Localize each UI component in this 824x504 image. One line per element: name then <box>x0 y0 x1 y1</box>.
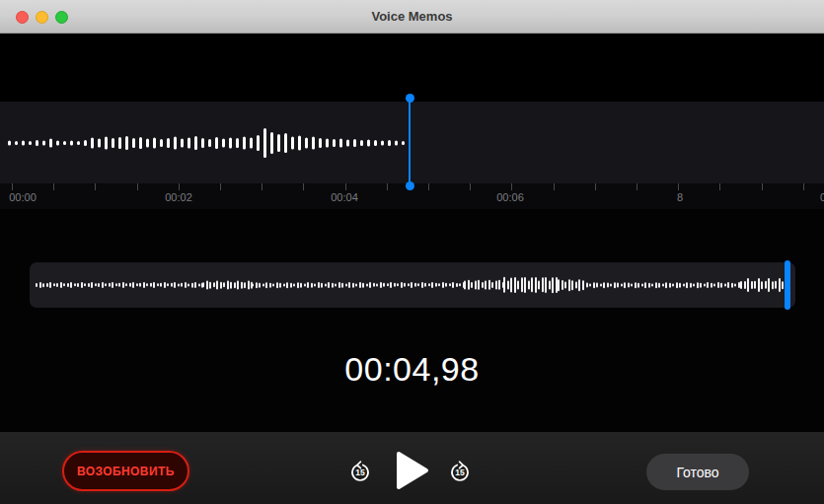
resume-recording-button[interactable]: ВОЗОБНОВИТЬ <box>62 451 189 491</box>
overview-bar <box>91 282 93 288</box>
overview-bar <box>593 282 595 288</box>
overview-bar <box>648 283 650 288</box>
playhead-bottom-dot <box>406 181 414 190</box>
overview-bar <box>700 283 702 288</box>
resume-button-label: ВОЗОБНОВИТЬ <box>77 465 175 478</box>
overview-bar <box>341 283 343 288</box>
current-time-display: 00:04,98 <box>0 350 824 389</box>
overview-bar <box>428 283 430 286</box>
overview-bar <box>485 281 487 290</box>
overview-bar <box>348 282 350 288</box>
playhead[interactable] <box>406 94 414 190</box>
waveform-bar <box>132 138 135 148</box>
waveform-bar <box>353 139 356 147</box>
overview-bar <box>136 283 138 286</box>
window-title: Voice Memos <box>0 0 824 34</box>
ruler-tick <box>678 183 679 190</box>
overview-bar <box>478 280 480 290</box>
waveform-bar <box>91 137 94 148</box>
ruler-tick <box>803 183 804 190</box>
overview-bar <box>498 280 500 290</box>
overview-bar <box>297 282 299 288</box>
waveform-bar <box>388 140 391 146</box>
waveform-bar <box>70 140 73 145</box>
overview-bar <box>394 283 396 287</box>
overview-bar <box>213 282 215 287</box>
waveform-bar <box>56 140 59 145</box>
overview-bar <box>160 283 162 287</box>
waveform-bar <box>84 140 87 146</box>
overview-bar <box>227 281 229 290</box>
overview-bar <box>690 283 692 288</box>
overview-bar <box>408 283 410 286</box>
overview-bar <box>514 277 516 293</box>
overview-bar <box>765 281 767 289</box>
overview-waveform-strip[interactable] <box>30 262 795 308</box>
overview-bar <box>672 283 674 286</box>
overview-bar <box>252 283 254 286</box>
ruler-label: 0 <box>820 191 824 203</box>
overview-position-marker[interactable] <box>785 260 790 310</box>
ruler-label: 00:06 <box>496 191 524 203</box>
overview-bar <box>635 282 637 288</box>
overview-bar <box>704 283 706 286</box>
skip-forward-15-button[interactable]: 15 <box>448 460 472 483</box>
waveform-bar <box>381 140 384 145</box>
overview-bar <box>575 281 577 288</box>
overview-bar <box>558 279 560 291</box>
overview-bar <box>754 281 756 289</box>
overview-bar <box>307 282 309 288</box>
ruler-label: 8 <box>677 191 683 203</box>
overview-bar <box>293 283 295 286</box>
overview-bar <box>49 282 51 288</box>
overview-bar <box>53 283 55 286</box>
overview-bar <box>276 282 278 288</box>
overview-bar <box>720 283 722 288</box>
play-button[interactable] <box>396 451 429 490</box>
overview-bar <box>459 283 461 286</box>
overview-bar <box>98 283 100 287</box>
ruler-label: 00:04 <box>331 191 358 203</box>
overview-bar <box>578 279 580 291</box>
overview-bar <box>185 282 187 288</box>
overview-bar <box>782 281 784 289</box>
overview-bar <box>129 283 131 287</box>
waveform-bar <box>15 141 18 145</box>
overview-bar <box>482 282 484 288</box>
ruler-label: 00:02 <box>165 191 192 203</box>
overview-bar <box>589 283 591 286</box>
overview-bar <box>220 282 222 289</box>
waveform-bar <box>63 141 66 145</box>
overview-bar <box>686 282 688 288</box>
overview-bar <box>641 283 643 286</box>
skip-back-15-button[interactable]: 15 <box>348 460 372 483</box>
overview-bar <box>380 282 382 288</box>
overview-bar <box>230 282 232 289</box>
overview-bar <box>628 283 630 288</box>
overview-bar <box>644 282 646 288</box>
overview-bar <box>740 281 742 289</box>
done-button[interactable]: Готово <box>646 454 749 490</box>
overview-bar <box>731 283 733 288</box>
overview-bar <box>734 283 736 286</box>
overview-bar <box>237 281 239 290</box>
overview-bar <box>105 283 107 286</box>
ruler-tick <box>511 183 512 190</box>
overview-bar <box>614 282 616 288</box>
waveform-bar <box>49 138 52 147</box>
overview-bar <box>531 277 533 292</box>
overview-bar <box>244 282 246 288</box>
overview-bar <box>717 282 719 288</box>
overview-bar <box>600 283 602 286</box>
overview-bar <box>524 277 526 293</box>
overview-bar <box>132 282 134 288</box>
overview-bar <box>56 283 58 287</box>
overview-bar <box>209 282 211 289</box>
overview-bar <box>115 283 117 286</box>
overview-bar <box>631 283 633 286</box>
top-spacer <box>0 34 824 102</box>
overview-bar <box>610 283 612 286</box>
waveform-bar <box>312 136 315 149</box>
overview-bar <box>507 281 509 290</box>
overview-bar <box>528 281 530 290</box>
